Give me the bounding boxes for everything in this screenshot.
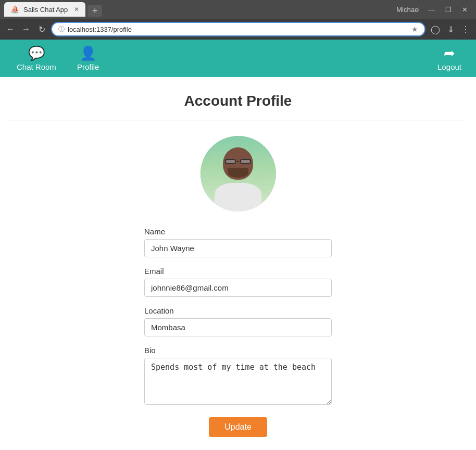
extensions-icon[interactable]: ◯ — [429, 23, 442, 35]
download-icon[interactable]: ⇓ — [445, 23, 456, 35]
window-controls: — ❐ ✕ — [424, 5, 472, 15]
avatar-container — [10, 136, 466, 211]
logout-label: Logout — [437, 63, 461, 71]
bio-group: Bio — [144, 346, 332, 407]
email-label: Email — [144, 267, 332, 276]
avatar — [201, 136, 276, 211]
name-group: Name — [144, 227, 332, 257]
main-content: Account Profile — [0, 77, 476, 450]
location-label: Location — [144, 306, 332, 315]
name-input[interactable] — [144, 239, 332, 257]
refresh-button[interactable]: ↻ — [35, 24, 48, 34]
bookmark-icon[interactable]: ★ — [411, 25, 418, 33]
address-bar[interactable]: ⓘ localhost:1337/profile ★ — [51, 22, 425, 36]
page-title: Account Profile — [10, 93, 466, 109]
tab-area: ⛵ Sails Chat App ✕ + — [4, 2, 392, 17]
email-group: Email — [144, 267, 332, 297]
profile-label: Profile — [77, 63, 99, 71]
chat-room-icon: 💬 — [28, 45, 45, 61]
back-button[interactable]: ← — [4, 24, 17, 34]
address-bar-row: ← → ↻ ⓘ localhost:1337/profile ★ ◯ ⇓ ⋮ — [0, 19, 476, 40]
browser-chrome: ⛵ Sails Chat App ✕ + Michael — ❐ ✕ ← → ↻… — [0, 0, 476, 40]
chat-room-label: Chat Room — [17, 63, 56, 71]
chat-room-nav-item[interactable]: 💬 Chat Room — [6, 41, 67, 76]
forward-button[interactable]: → — [20, 24, 32, 34]
name-label: Name — [144, 227, 332, 236]
tab-icon: ⛵ — [10, 5, 19, 14]
user-label: Michael — [392, 6, 424, 14]
profile-nav-item[interactable]: 👤 Profile — [67, 41, 110, 76]
app-nav: 💬 Chat Room 👤 Profile ➦ Logout — [0, 40, 476, 77]
minimize-button[interactable]: — — [424, 5, 439, 15]
logout-icon: ➦ — [444, 45, 455, 61]
update-button[interactable]: Update — [209, 417, 267, 437]
toolbar-icons: ◯ ⇓ ⋮ — [429, 23, 472, 35]
update-btn-container: Update — [144, 417, 332, 437]
tab-title: Sails Chat App — [23, 6, 68, 14]
logout-button[interactable]: ➦ Logout — [429, 41, 470, 76]
location-group: Location — [144, 306, 332, 336]
location-input[interactable] — [144, 318, 332, 336]
lock-icon: ⓘ — [58, 25, 65, 34]
form-container: Name Email Location Bio Update — [144, 227, 332, 437]
restore-button[interactable]: ❐ — [441, 5, 456, 15]
new-tab-button[interactable]: + — [87, 5, 102, 17]
profile-icon: 👤 — [80, 45, 96, 61]
bio-label: Bio — [144, 346, 332, 355]
tab-close-button[interactable]: ✕ — [74, 6, 79, 13]
address-text: localhost:1337/profile — [68, 26, 408, 33]
title-bar: ⛵ Sails Chat App ✕ + Michael — ❐ ✕ — [0, 0, 476, 19]
email-input[interactable] — [144, 279, 332, 297]
section-divider — [10, 120, 466, 120]
close-button[interactable]: ✕ — [458, 5, 472, 15]
menu-icon[interactable]: ⋮ — [459, 23, 472, 35]
active-tab[interactable]: ⛵ Sails Chat App ✕ — [4, 2, 85, 17]
bio-textarea[interactable] — [144, 358, 332, 405]
